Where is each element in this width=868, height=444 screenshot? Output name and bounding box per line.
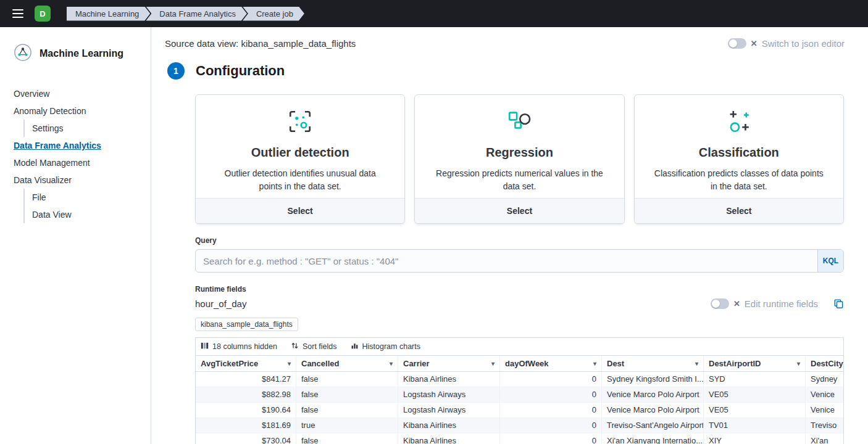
table-cell[interactable]: 0 xyxy=(500,372,602,387)
table-cell[interactable]: false xyxy=(296,387,398,402)
table-cell[interactable]: Logstash Airways xyxy=(398,387,500,402)
table-cell[interactable]: Venice Marco Polo Airport xyxy=(602,403,704,417)
chevron-down-icon[interactable]: ▾ xyxy=(593,360,596,367)
sidebar-item-file[interactable]: File xyxy=(23,189,140,206)
query-box: KQL xyxy=(195,249,844,273)
column-header-cancelled[interactable]: Cancelled▾ xyxy=(296,356,398,371)
sidebar-item-settings[interactable]: Settings xyxy=(23,120,140,137)
sidebar-item-model-management[interactable]: Model Management xyxy=(14,154,140,171)
table-row: $181.69trueKibana Airlines0Treviso-Sant'… xyxy=(196,418,844,434)
menu-icon[interactable] xyxy=(10,6,26,22)
table-cell[interactable]: TV01 xyxy=(704,418,806,433)
column-header-destairportid[interactable]: DestAirportID▾ xyxy=(704,356,806,371)
chevron-down-icon[interactable]: ▾ xyxy=(797,360,800,367)
sidebar-item-data-frame-analytics[interactable]: Data Frame Analytics xyxy=(14,137,140,154)
table-cell[interactable]: Kibana Airlines xyxy=(398,434,500,444)
table-cell[interactable]: Venice Marco Polo Airport xyxy=(602,387,704,402)
chevron-down-icon[interactable]: ▾ xyxy=(695,360,698,367)
histogram-icon xyxy=(351,342,359,352)
space-avatar[interactable]: D xyxy=(35,6,51,22)
classification-icon xyxy=(726,109,752,137)
table-row: $841.27falseKibana Airlines0Sydney Kings… xyxy=(196,372,844,387)
table-cell[interactable]: Venice xyxy=(806,403,844,417)
table-cell[interactable]: $841.27 xyxy=(196,372,296,387)
table-cell[interactable]: VE05 xyxy=(704,387,806,402)
column-header-label: DestAirportID xyxy=(709,359,761,368)
column-header-dayofweek[interactable]: dayOfWeek▾ xyxy=(500,356,602,371)
table-cell[interactable]: 0 xyxy=(500,387,602,402)
select-regression-button[interactable]: Select xyxy=(415,198,624,223)
table-cell[interactable]: false xyxy=(296,372,398,387)
histogram-charts-button[interactable]: Histogram charts xyxy=(351,342,420,352)
search-input[interactable] xyxy=(195,249,844,273)
sidebar-item-anomaly-detection[interactable]: Anomaly Detection xyxy=(14,102,140,120)
table-cell[interactable]: $190.64 xyxy=(196,403,296,417)
top-header: D Machine Learning Data Frame Analytics … xyxy=(0,0,868,27)
chevron-down-icon[interactable]: ▾ xyxy=(491,360,495,367)
table-cell[interactable]: VE05 xyxy=(704,403,806,417)
breadcrumb-machine-learning[interactable]: Machine Learning xyxy=(67,7,150,21)
chevron-down-icon[interactable]: ▾ xyxy=(390,360,393,367)
table-cell[interactable]: false xyxy=(296,403,398,417)
table-cell[interactable]: Sydney xyxy=(806,372,844,387)
table-cell[interactable]: Sydney Kingsford Smith I... xyxy=(602,372,704,387)
table-cell[interactable]: SYD xyxy=(704,372,806,387)
copy-icon[interactable] xyxy=(833,298,844,309)
sidebar-item-overview[interactable]: Overview xyxy=(14,85,140,102)
table-cell[interactable]: $730.04 xyxy=(196,434,296,444)
regression-icon xyxy=(506,109,532,137)
table-cell[interactable]: Kibana Airlines xyxy=(398,372,500,387)
table-cell[interactable]: $882.98 xyxy=(196,387,296,402)
histogram-charts-label: Histogram charts xyxy=(362,342,420,351)
table-cell[interactable]: XIY xyxy=(704,434,806,444)
select-classification-button[interactable]: Select xyxy=(635,198,843,223)
column-header-dest[interactable]: Dest▾ xyxy=(602,356,704,371)
machine-learning-icon xyxy=(14,43,32,64)
sidebar-title: Machine Learning xyxy=(40,48,123,59)
column-header-destcityname[interactable]: DestCityName▾ xyxy=(806,356,844,371)
outlier-detection-card[interactable]: Outlier detection Outlier detection iden… xyxy=(195,94,405,224)
select-outlier-detection-button[interactable]: Select xyxy=(196,198,404,223)
table-cell[interactable]: $181.69 xyxy=(196,418,296,433)
column-header-carrier[interactable]: Carrier▾ xyxy=(398,356,500,371)
classification-card[interactable]: Classification Classification predicts c… xyxy=(634,94,844,224)
grid-toolbar: 18 columns hidden Sort fields xyxy=(196,338,843,356)
sidebar-item-data-visualizer[interactable]: Data Visualizer xyxy=(14,171,140,189)
sort-fields-button[interactable]: Sort fields xyxy=(291,342,337,352)
card-body: Outlier detection Outlier detection iden… xyxy=(196,95,404,198)
query-label: Query xyxy=(195,236,844,245)
main-content: Source data view: kibana_sample_data_fli… xyxy=(151,27,868,444)
regression-card[interactable]: Regression Regression predicts numerical… xyxy=(414,94,624,224)
table-cell[interactable]: Logstash Airways xyxy=(398,403,500,417)
column-header-label: Cancelled xyxy=(301,359,339,368)
json-editor-toggle[interactable] xyxy=(728,38,746,49)
table-cell[interactable]: 0 xyxy=(500,403,602,417)
table-cell[interactable]: 0 xyxy=(500,418,602,433)
table-cell[interactable]: false xyxy=(296,434,398,444)
json-editor-switch-group: ✕ Switch to json editor xyxy=(728,38,845,49)
grid-body: $841.27falseKibana Airlines0Sydney Kings… xyxy=(196,372,844,444)
table-cell[interactable]: Treviso xyxy=(806,418,844,433)
columns-hidden-label: 18 columns hidden xyxy=(212,342,277,351)
sort-icon xyxy=(291,342,299,352)
table-cell[interactable]: Xi'an Xianyang Internatio... xyxy=(602,434,704,444)
table-cell[interactable]: 0 xyxy=(500,434,602,444)
table-cell[interactable]: Treviso-Sant'Angelo Airport xyxy=(602,418,704,433)
edit-runtime-fields-toggle[interactable] xyxy=(711,298,729,309)
table-cell[interactable]: Kibana Airlines xyxy=(398,418,500,433)
breadcrumb-create-job[interactable]: Create job xyxy=(243,7,304,21)
step-number-badge: 1 xyxy=(167,62,185,80)
sidebar-item-data-view[interactable]: Data View xyxy=(23,206,140,223)
columns-hidden-button[interactable]: 18 columns hidden xyxy=(201,342,277,352)
table-cell[interactable]: Venice xyxy=(806,387,844,402)
breadcrumb-data-frame-analytics[interactable]: Data Frame Analytics xyxy=(146,7,247,21)
table-cell[interactable]: true xyxy=(296,418,398,433)
kql-button[interactable]: KQL xyxy=(817,250,843,272)
data-view-badge: kibana_sample_data_flights xyxy=(195,318,298,331)
column-header-avgticketprice[interactable]: AvgTicketPrice▾ xyxy=(196,356,296,371)
app-root: D Machine Learning Data Frame Analytics … xyxy=(0,0,868,444)
chevron-down-icon[interactable]: ▾ xyxy=(288,360,291,367)
grid-header-row: AvgTicketPrice▾Cancelled▾Carrier▾dayOfWe… xyxy=(196,356,844,372)
step-content: Outlier detection Outlier detection iden… xyxy=(195,94,844,444)
table-cell[interactable]: Xi'an xyxy=(806,434,844,444)
